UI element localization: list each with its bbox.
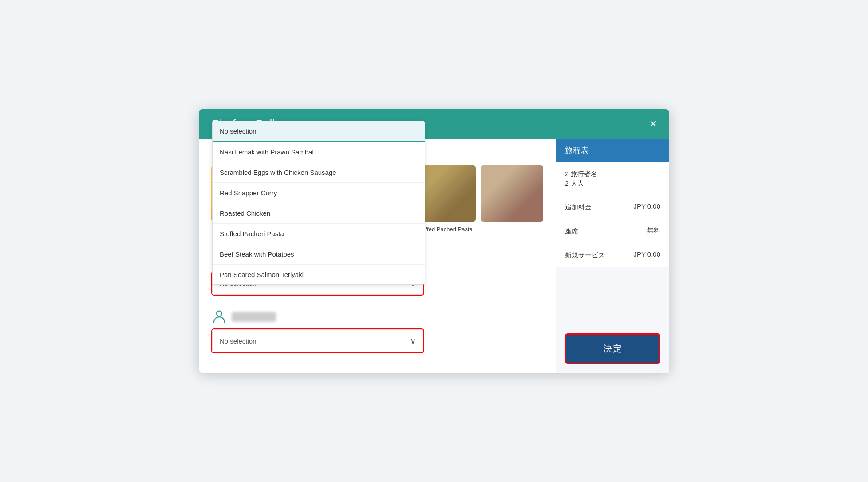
svg-point-1 (217, 311, 222, 316)
modal-body: Meals Available Nasi Lemak with Prawn Sa… (199, 139, 669, 373)
meal-label-4: Stuffed Pacheri Pasta (417, 226, 473, 233)
seat-label: 座席 (565, 226, 578, 236)
confirm-btn-wrapper: 決定 (556, 324, 669, 373)
seat-value: 無料 (647, 226, 660, 235)
itinerary-row-extra-fee: 追加料金 JPY 0.00 (556, 195, 669, 219)
dropdown-item-pan-seared[interactable]: Pan Seared Salmon Teriyaki (213, 265, 425, 284)
dropdown-item-nasi-lemak[interactable]: Nasi Lemak with Prawn Sambal (213, 142, 425, 162)
person-icon-2 (211, 309, 227, 325)
dropdown-item-red-snapper[interactable]: Red Snapper Curry (213, 183, 425, 203)
new-service-value: JPY 0.00 (633, 250, 660, 258)
itinerary-row-new-service: 新規サービス JPY 0.00 (556, 243, 669, 267)
main-content: Meals Available Nasi Lemak with Prawn Sa… (199, 139, 556, 373)
new-service-label: 新規サービス (565, 250, 605, 260)
passenger-2-select[interactable]: No selection ∨ (212, 329, 423, 352)
passenger-1-select-wrapper: No selection Nasi Lemak with Prawn Samba… (211, 271, 424, 296)
modal-container: Chef on Call × Meals Available Nasi Lema… (199, 109, 669, 373)
dropdown-open[interactable]: No selection Nasi Lemak with Prawn Samba… (212, 121, 425, 285)
dropdown-item-beef-steak[interactable]: Beef Steak with Potatoes (213, 244, 425, 265)
passenger-2-name-blurred (232, 312, 276, 322)
itinerary-header: 旅程表 (556, 139, 669, 162)
itinerary-row-travelers: 2 旅行者名 2 大人 (556, 162, 669, 195)
meal-card-5[interactable] (481, 165, 543, 241)
passenger-1-section: No selection Nasi Lemak with Prawn Samba… (211, 251, 543, 296)
passenger-2-select-wrapper: No selection ∨ (211, 328, 424, 353)
chevron-down-icon-2: ∨ (410, 336, 416, 346)
passenger-2-section: No selection ∨ (211, 309, 543, 353)
passenger-2-selected-value: No selection (220, 337, 256, 345)
dropdown-item-no-selection[interactable]: No selection (213, 121, 425, 142)
dropdown-item-roasted-chicken[interactable]: Roasted Chicken (213, 203, 425, 224)
itinerary-rows: 2 旅行者名 2 大人 追加料金 JPY 0.00 座席 無料 新規サービス J… (556, 162, 669, 324)
meal-image-5 (481, 165, 543, 222)
passenger-2-row (211, 309, 543, 325)
extra-fee-value: JPY 0.00 (633, 202, 660, 210)
itinerary-row-seat: 座席 無料 (556, 219, 669, 243)
sidebar: 旅程表 2 旅行者名 2 大人 追加料金 JPY 0.00 座席 無料 新規サー… (556, 139, 669, 373)
extra-fee-label: 追加料金 (565, 202, 592, 212)
dropdown-item-scrambled-eggs[interactable]: Scrambled Eggs with Chicken Sausage (213, 162, 425, 183)
dropdown-item-stuffed-pacheri[interactable]: Stuffed Pacheri Pasta (213, 224, 425, 244)
travelers-label: 2 旅行者名 2 大人 (565, 169, 597, 188)
confirm-button[interactable]: 決定 (565, 333, 660, 364)
close-button[interactable]: × (650, 118, 657, 130)
